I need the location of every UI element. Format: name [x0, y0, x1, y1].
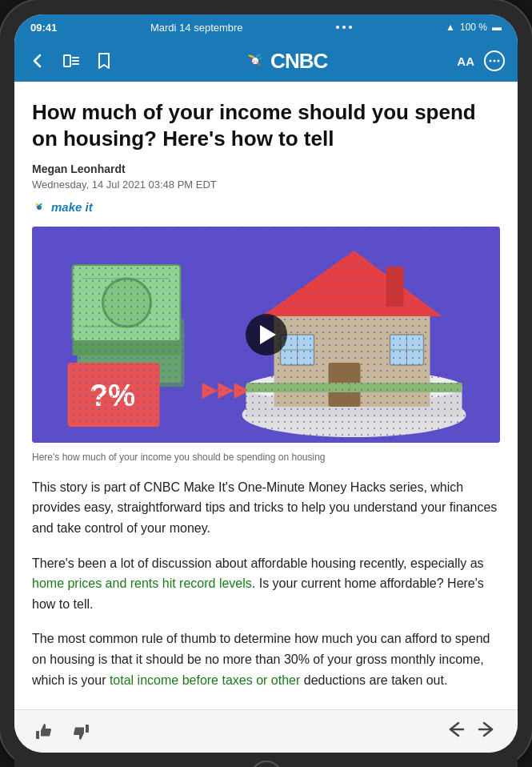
status-date: Mardi 14 septembre — [150, 22, 243, 34]
play-icon — [260, 325, 276, 344]
dot2 — [342, 26, 346, 29]
article-date: Wednesday, 14 Jul 2021 03:48 PM EDT — [32, 179, 500, 191]
play-button[interactable] — [246, 314, 287, 355]
svg-rect-31 — [329, 363, 361, 407]
svg-rect-13 — [78, 315, 182, 383]
bookmark-icon — [98, 52, 110, 70]
peacock-logo-icon — [243, 52, 267, 70]
left-arrow-icon — [444, 721, 465, 737]
status-bar: 09:41 Mardi 14 septembre ▲ 100 % ▬ — [14, 14, 518, 40]
status-time: 09:41 — [30, 22, 57, 34]
svg-rect-20 — [68, 363, 160, 427]
article-content: How much of your income should you spend… — [14, 82, 518, 709]
cnbc-logo: CNBC — [243, 49, 327, 74]
svg-point-7 — [498, 60, 500, 62]
svg-rect-12 — [81, 319, 185, 387]
svg-point-27 — [246, 371, 462, 403]
bottom-left-actions — [34, 721, 91, 742]
status-right: ▲ 100 % ▬ — [446, 22, 502, 33]
hero-bg: ?% — [32, 227, 500, 443]
article-body: This story is part of CNBC Make It's One… — [32, 477, 500, 690]
thumbs-up-button[interactable] — [34, 721, 54, 742]
status-dots — [336, 26, 352, 29]
battery-icon: ▬ — [492, 22, 502, 33]
svg-rect-0 — [64, 55, 70, 66]
svg-point-6 — [494, 60, 496, 62]
nav-right: AA — [457, 50, 505, 71]
dot3 — [349, 26, 352, 29]
article-para-3: The most common rule of thumb to determi… — [32, 628, 500, 690]
svg-rect-28 — [274, 315, 430, 407]
svg-rect-41 — [350, 383, 462, 392]
make-it-logo: make it — [32, 200, 500, 214]
svg-marker-22 — [202, 383, 218, 399]
right-arrow-icon — [478, 721, 498, 737]
svg-text:?%: ?% — [90, 379, 135, 412]
wifi-icon: ▲ — [446, 22, 455, 33]
home-button[interactable] — [250, 761, 282, 767]
more-button[interactable] — [484, 50, 505, 71]
svg-rect-40 — [246, 383, 350, 392]
cnbc-text: CNBC — [270, 49, 327, 74]
device-screen: 09:41 Mardi 14 septembre ▲ 100 % ▬ — [14, 14, 518, 753]
text-size-button[interactable]: AA — [457, 54, 474, 68]
thumbs-down-button[interactable] — [70, 721, 91, 742]
link-home-prices[interactable]: home prices and rents hit record levels — [32, 576, 252, 590]
previous-article-button[interactable] — [444, 721, 465, 742]
sidebar-button[interactable] — [59, 50, 83, 71]
svg-point-16 — [103, 279, 151, 327]
image-caption: Here's how much of your income you shoul… — [32, 451, 500, 464]
make-it-label: make it — [51, 200, 93, 214]
svg-rect-19 — [73, 341, 181, 355]
back-button[interactable] — [27, 49, 48, 73]
svg-rect-15 — [73, 265, 181, 341]
next-article-button[interactable] — [478, 721, 498, 742]
svg-marker-29 — [262, 251, 442, 316]
home-indicator — [14, 753, 518, 767]
make-it-peacock-icon — [32, 202, 46, 213]
nav-left — [27, 49, 114, 73]
bottom-bar — [14, 709, 518, 753]
svg-point-5 — [490, 60, 492, 62]
sidebar-icon — [62, 54, 80, 68]
thumbs-up-icon — [34, 721, 54, 742]
svg-rect-37 — [390, 335, 424, 365]
hero-image[interactable]: ?% — [32, 227, 500, 443]
svg-point-25 — [242, 392, 466, 437]
bottom-right-actions — [444, 721, 498, 742]
nav-bar: CNBC AA — [14, 40, 518, 82]
device-frame: 09:41 Mardi 14 septembre ▲ 100 % ▬ — [0, 0, 532, 767]
article-para-2: There's been a lot of discussion about a… — [32, 553, 500, 615]
article-scroll[interactable]: How much of your income should you spend… — [14, 82, 518, 709]
svg-rect-26 — [246, 387, 462, 417]
svg-marker-23 — [218, 383, 234, 399]
svg-rect-14 — [73, 265, 181, 341]
article-para-1: This story is part of CNBC Make It's One… — [32, 477, 500, 539]
back-icon — [30, 52, 45, 70]
battery-text: 100 % — [460, 22, 487, 33]
thumbs-down-icon — [70, 721, 91, 742]
svg-rect-30 — [386, 267, 404, 307]
more-icon — [489, 59, 500, 62]
article-title: How much of your income should you spend… — [32, 99, 500, 151]
bookmark-button[interactable] — [94, 49, 114, 73]
link-total-income[interactable]: total income before taxes or other — [110, 673, 300, 687]
svg-rect-36 — [390, 335, 424, 365]
article-author: Megan Leonhardt — [32, 163, 500, 175]
svg-marker-24 — [234, 383, 250, 399]
dot1 — [336, 26, 339, 29]
